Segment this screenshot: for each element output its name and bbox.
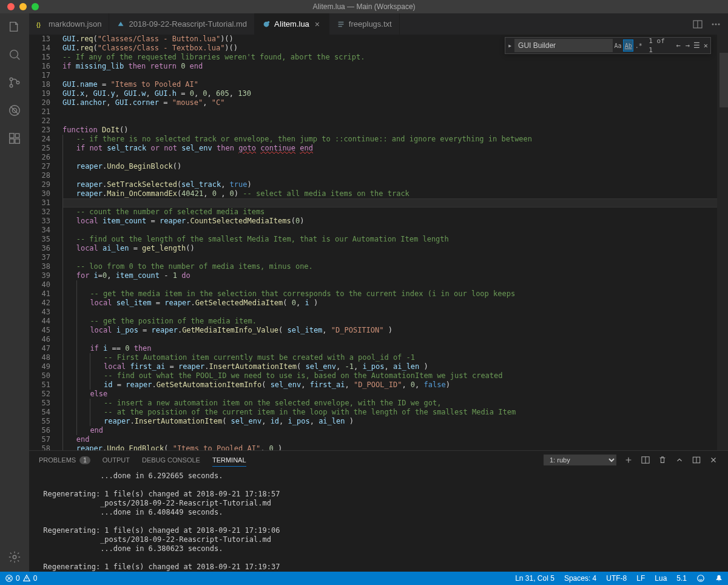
search-icon[interactable] <box>7 47 22 62</box>
status-feedback-icon[interactable] <box>692 574 710 583</box>
status-bell-icon[interactable] <box>710 574 728 583</box>
tab-label: 2018-09-22-Reascript-Tutorial.md <box>129 19 247 29</box>
find-next-icon[interactable]: → <box>683 39 692 52</box>
panel-tab-output[interactable]: OUTPUT <box>103 456 130 464</box>
debug-icon[interactable] <box>7 103 22 118</box>
tab-label: freeplugs.txt <box>349 19 392 29</box>
tab-label: markdown.json <box>49 19 101 29</box>
file-lua-icon <box>262 20 271 29</box>
svg-rect-9 <box>15 134 19 137</box>
find-prev-icon[interactable]: ← <box>674 39 683 52</box>
window-minimize-icon[interactable] <box>19 3 27 10</box>
activity-bar <box>0 13 29 572</box>
find-input[interactable] <box>514 39 613 52</box>
panel-tab-debug-console[interactable]: DEBUG CONSOLE <box>142 456 200 464</box>
split-editor-icon[interactable] <box>693 19 703 29</box>
editor-tab[interactable]: freeplugs.txt <box>329 13 400 35</box>
svg-point-3 <box>16 81 19 84</box>
status-language[interactable]: Lua <box>650 574 672 583</box>
terminal-output[interactable]: ...done in 6.292665 seconds. Regeneratin… <box>29 469 728 572</box>
editor-tab[interactable]: {}markdown.json <box>29 13 109 35</box>
window-title: AIitem.lua — Main (Workspace) <box>312 2 415 11</box>
tab-label: AIitem.lua <box>274 19 309 29</box>
svg-point-0 <box>10 50 18 58</box>
status-cursor[interactable]: Ln 31, Col 5 <box>510 574 559 583</box>
match-case-icon[interactable]: Aa <box>613 39 623 52</box>
file-md-icon <box>116 20 125 29</box>
split-terminal-icon[interactable] <box>641 455 650 465</box>
svg-rect-6 <box>10 134 14 138</box>
more-actions-icon[interactable] <box>711 19 721 29</box>
window-controls <box>0 3 39 10</box>
close-panel-icon[interactable] <box>709 455 718 465</box>
find-expand-icon[interactable]: ▸ <box>505 38 514 53</box>
svg-point-21 <box>698 575 704 582</box>
find-count: 1 of 1 <box>644 36 673 55</box>
bottom-panel: PROBLEMS1OUTPUTDEBUG CONSOLETERMINAL 1: … <box>29 450 728 572</box>
panel-tab-terminal[interactable]: TERMINAL <box>212 456 246 467</box>
window-close-icon[interactable] <box>7 3 15 10</box>
editor-tab[interactable]: AIitem.lua× <box>255 13 329 35</box>
svg-text:{}: {} <box>36 21 41 27</box>
file-json-icon: {} <box>36 20 45 29</box>
find-close-icon[interactable]: ✕ <box>701 39 710 52</box>
window-zoom-icon[interactable] <box>32 3 39 10</box>
svg-point-13 <box>268 21 270 23</box>
find-widget: ▸ Aa Ab .* 1 of 1 ← → ☰ ✕ <box>505 37 711 54</box>
whole-word-icon[interactable]: Ab <box>623 39 633 52</box>
editor-body[interactable]: ▸ Aa Ab .* 1 of 1 ← → ☰ ✕ 13141516171819… <box>29 35 728 450</box>
maximize-panel-icon[interactable] <box>675 455 684 465</box>
regex-icon[interactable]: .* <box>633 39 644 52</box>
svg-point-2 <box>10 84 13 87</box>
panel-layout-icon[interactable] <box>692 455 701 465</box>
svg-point-16 <box>715 23 717 25</box>
settings-gear-icon[interactable] <box>7 550 22 564</box>
svg-point-1 <box>10 78 13 81</box>
find-selection-icon[interactable]: ☰ <box>692 39 701 52</box>
editor-tab[interactable]: 2018-09-22-Reascript-Tutorial.md <box>109 13 255 35</box>
svg-point-15 <box>712 23 714 25</box>
terminal-selector[interactable]: 1: ruby <box>544 455 616 465</box>
status-bar: 0 0 Ln 31, Col 5 Spaces: 4 UTF-8 LF Lua … <box>0 572 728 585</box>
status-indentation[interactable]: Spaces: 4 <box>559 574 601 583</box>
svg-rect-7 <box>10 139 14 143</box>
source-control-icon[interactable] <box>7 75 22 90</box>
kill-terminal-icon[interactable] <box>658 455 667 465</box>
extensions-icon[interactable] <box>7 131 22 146</box>
tab-close-icon[interactable]: × <box>313 20 322 29</box>
line-gutter: 1314151617181920212223242526272829303132… <box>29 35 62 450</box>
file-txt-icon <box>337 20 345 29</box>
status-eol[interactable]: LF <box>632 574 650 583</box>
status-encoding[interactable]: UTF-8 <box>601 574 632 583</box>
svg-rect-8 <box>15 139 19 143</box>
titlebar: AIitem.lua — Main (Workspace) <box>0 0 728 13</box>
svg-point-17 <box>718 23 720 25</box>
new-terminal-icon[interactable] <box>624 455 633 465</box>
svg-point-10 <box>13 555 16 559</box>
panel-tab-problems[interactable]: PROBLEMS1 <box>39 456 90 464</box>
status-ext[interactable]: 5.1 <box>672 574 692 583</box>
explorer-icon[interactable] <box>7 19 22 34</box>
problems-badge: 1 <box>79 456 90 464</box>
code-content[interactable]: GUI.req("Classes/Class - Button.lua")()G… <box>62 35 728 450</box>
status-problems[interactable]: 0 0 <box>0 572 42 585</box>
editor-tabs: {}markdown.json2018-09-22-Reascript-Tuto… <box>29 13 728 35</box>
